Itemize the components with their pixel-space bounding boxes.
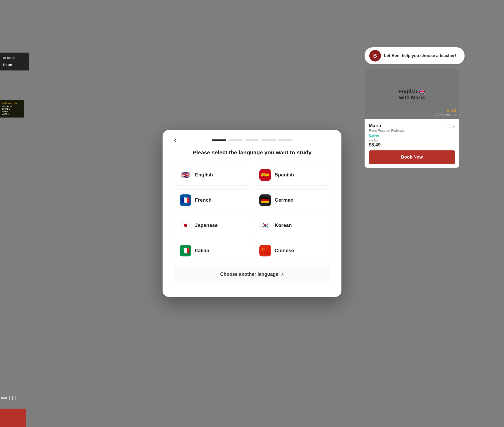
language-option-italian[interactable]: 🇮🇹 Italian: [174, 240, 250, 262]
chevron-up-icon: ∧: [281, 272, 284, 277]
korean-label: Korean: [275, 223, 292, 228]
progress-bar: ‹: [174, 139, 330, 141]
japanese-label: Japanese: [195, 223, 218, 228]
chinese-flag-icon: 🇨🇳: [259, 245, 271, 257]
step-3: [245, 139, 259, 141]
chinese-label: Chinese: [275, 248, 294, 254]
beni-label: Let Beni help you choose a teacher!: [384, 53, 456, 58]
language-option-german[interactable]: 🇩🇪 German: [254, 190, 330, 211]
italian-flag-icon: 🇮🇹: [180, 245, 191, 257]
language-option-spanish[interactable]: 🇪🇸 Spanish: [254, 164, 330, 186]
french-label: French: [195, 197, 211, 203]
modal-title: Please select the language you want to s…: [174, 149, 330, 156]
spanish-label: Spanish: [275, 172, 294, 178]
spanish-flag-icon: 🇪🇸: [259, 169, 271, 181]
language-option-french[interactable]: 🇫🇷 French: [174, 190, 250, 211]
english-label: English: [195, 172, 213, 178]
language-grid: 🇬🇧 English 🇪🇸 Spanish 🇫🇷 French 🇩🇪 Germa…: [174, 164, 330, 262]
french-flag-icon: 🇫🇷: [180, 195, 191, 206]
choose-another-language-button[interactable]: Choose another language ∧: [174, 266, 330, 283]
choose-another-label: Choose another language: [220, 272, 278, 277]
language-option-english[interactable]: 🇬🇧 English: [174, 164, 250, 186]
step-4: [261, 139, 276, 141]
german-label: German: [275, 197, 294, 203]
bg-bottom-bar: [0, 409, 26, 427]
teacher-card: English 🇬🇧 with Maria ★ 5.0 2336 Lessons…: [365, 69, 459, 168]
back-button[interactable]: ‹: [174, 137, 176, 143]
language-option-chinese[interactable]: 🇨🇳 Chinese: [254, 240, 330, 262]
english-flag-icon: 🇬🇧: [180, 169, 191, 181]
italian-label: Italian: [195, 248, 209, 254]
german-flag-icon: 🇩🇪: [259, 195, 271, 206]
step-5: [278, 139, 293, 141]
step-2: [228, 139, 243, 141]
korean-flag-icon: 🇰🇷: [259, 220, 271, 231]
bg-right-panel: B Let Beni help you choose a teacher! En…: [365, 47, 465, 168]
language-select-modal: ‹ Please select the language you want to…: [163, 130, 341, 297]
bg-ad: with me toda unciation ccent C S Pre 406…: [0, 100, 24, 118]
step-1: [212, 139, 226, 141]
language-option-korean[interactable]: 🇰🇷 Korean: [254, 215, 330, 236]
bg-bottom-text: ese ❘❘❘❘❘: [0, 394, 25, 401]
bg-left-card: ar teach th on: [0, 53, 29, 70]
japanese-flag-icon: 🇯🇵: [180, 220, 191, 231]
book-now-button[interactable]: Book Now: [369, 150, 455, 164]
language-option-japanese[interactable]: 🇯🇵 Japanese: [174, 215, 250, 236]
